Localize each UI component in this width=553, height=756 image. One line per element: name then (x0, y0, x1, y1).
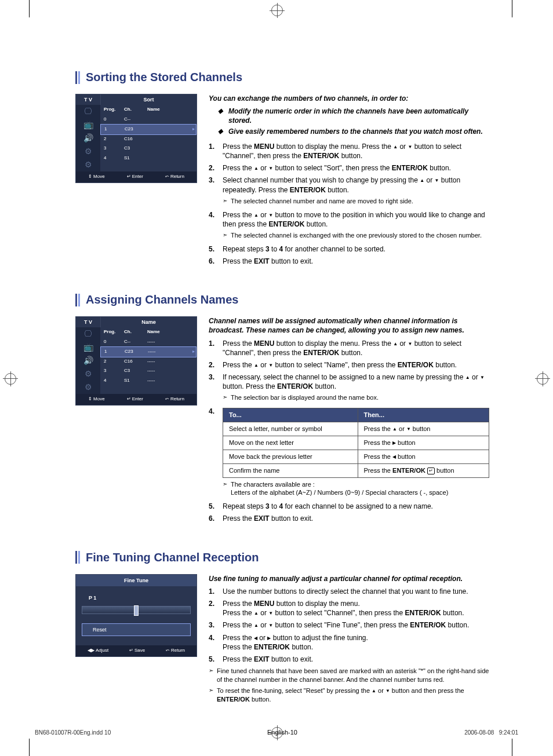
section-accent-bar (75, 71, 80, 84)
table-header: Then... (358, 408, 489, 422)
step-number: 4. (209, 407, 223, 499)
step-number: 1. (209, 339, 223, 357)
osd-sidebar: 🖵📺🔊⚙⚙ (76, 105, 100, 171)
table-row: Move back the previous letterPress the ◀… (223, 450, 489, 463)
section-intro: You can exchange the numbers of two chan… (209, 94, 489, 103)
print-footer: BN68-01007R-00Eng.indd 10 2006-08-08 9:2… (0, 729, 553, 737)
table-cell: Press the ENTER/OK ↵ button (358, 463, 489, 477)
osd-menu-icon: ⚙ (76, 381, 100, 394)
table-cell: Select a letter, number or symbol (223, 422, 358, 436)
step-number: 5. (209, 502, 223, 511)
table-row: Move on the next letterPress the ▶ butto… (223, 436, 489, 450)
step-text: Press the MENU button to display the men… (223, 142, 489, 160)
osd-row: 2C16----- (100, 357, 197, 367)
step-text: Press the ▲ or ▼ button to select "Name"… (223, 360, 489, 370)
step-number: 6. (209, 514, 223, 523)
step-number: 4. (209, 633, 223, 652)
table-row: Confirm the namePress the ENTER/OK ↵ but… (223, 463, 489, 477)
step-item: 2.Press the MENU button to display the m… (209, 599, 489, 618)
step-text: Press the MENU button to display the men… (223, 599, 489, 618)
step-number: 3. (209, 620, 223, 630)
table-cell: Press the ▲ or ▼ button (358, 422, 489, 436)
step-item: 3.If necessary, select the channel to be… (209, 372, 489, 404)
table-cell: Move back the previous letter (223, 450, 358, 463)
section-accent-bar (75, 294, 80, 306)
osd-row: 0C-- (100, 115, 197, 125)
table-cell: Confirm the name (223, 463, 358, 477)
to-then-table: To...Then...Select a letter, number or s… (223, 408, 489, 477)
osd-menu-icon: ⚙ (76, 367, 100, 381)
osd-menu-icon: 📺 (76, 341, 100, 354)
osd-table-header: Prog.Ch.Name (100, 105, 197, 115)
registration-mark-icon (271, 5, 283, 16)
step-number: 2. (209, 599, 223, 618)
osd-menu-icon: ⚙ (76, 158, 100, 171)
osd-menu-icon: 🖵 (76, 105, 100, 118)
step-text: Press the MENU button to display the men… (223, 339, 489, 357)
step-text: If necessary, select the channel to be a… (223, 372, 489, 391)
crop-mark (29, 0, 30, 17)
step-item: 4.To...Then...Select a letter, number or… (209, 407, 489, 499)
step-item: 5.Press the EXIT button to exit. (209, 655, 489, 664)
step-text: Press the ▲ or ▼ button to select "Fine … (223, 620, 489, 630)
osd-title: Fine Tune (76, 575, 197, 586)
step-text: Press the EXIT button to exit. (223, 514, 489, 523)
footer-file: BN68-01007R-00Eng.indd 10 (35, 729, 111, 737)
crop-mark (512, 739, 512, 756)
osd-corner-label: T V (76, 317, 101, 327)
osd-corner-label: T V (76, 94, 101, 105)
step-item: 6.Press the EXIT button to exit. (209, 514, 489, 523)
step-item: 1.Press the MENU button to display the m… (209, 142, 489, 160)
registration-mark-icon (537, 373, 548, 385)
step-text: Press the ◀ or ▶ button to adjust the fi… (223, 633, 489, 652)
step-text: Press the ▲ or ▼ button to move to the p… (223, 210, 489, 229)
crop-mark (512, 0, 512, 17)
step-text: Press the EXIT button to exit. (223, 655, 489, 664)
step-text: Use the number buttons to directly selec… (223, 587, 489, 596)
fine-tune-slider (82, 606, 191, 614)
section-title: Assigning Channels Names (86, 292, 238, 308)
step-item: 4.Press the ◀ or ▶ button to adjust the … (209, 633, 489, 652)
step-text: Press the EXIT button to exit. (223, 257, 489, 266)
step-item: 3.Press the ▲ or ▼ button to select "Fin… (209, 620, 489, 630)
step-text: Repeat steps 3 to 4 for another channel … (223, 244, 489, 254)
table-header: To... (223, 408, 358, 422)
osd-footer: ⇕ Move↵ Enter⤺ Return (76, 394, 197, 405)
step-number: 5. (209, 244, 223, 254)
osd-row: 1C23 (100, 124, 197, 135)
intro-bullets: Modify the numeric order in which the ch… (218, 107, 489, 136)
osd-row: 2C16 (100, 134, 197, 144)
steps-list: 1.Press the MENU button to display the m… (209, 339, 489, 524)
step-item: 2.Press the ▲ or ▼ button to select "Sor… (209, 163, 489, 173)
section-intro: Channel names will be assigned automatic… (209, 316, 489, 335)
osd-menu-icon: ⚙ (76, 145, 100, 158)
osd-row: 0C------- (100, 337, 197, 347)
step-number: 1. (209, 587, 223, 596)
step-number: 4. (209, 210, 223, 242)
step-note: The selected channel number and name are… (231, 197, 489, 206)
section-intro: Use fine tuning to manually adjust a par… (209, 574, 489, 583)
section-title: Fine Tuning Channel Reception (86, 550, 259, 565)
osd-row: 3C3 (100, 144, 197, 154)
steps-list: 1.Use the number buttons to directly sel… (209, 587, 489, 664)
step-item: 6.Press the EXIT button to exit. (209, 257, 489, 266)
step-item: 1.Use the number buttons to directly sel… (209, 587, 489, 596)
section-accent-bar (75, 551, 80, 564)
table-cell: Press the ▶ button (358, 436, 489, 450)
osd-row: 4S1----- (100, 376, 197, 386)
registration-mark-icon (5, 373, 16, 385)
osd-footer: ◀▶ Adjust↵ Save⤺ Return (76, 645, 197, 656)
step-number: 1. (209, 142, 223, 160)
doc-section: Assigning Channels NamesT VName🖵📺🔊⚙⚙Prog… (75, 292, 489, 526)
step-text: Select channel number that you wish to c… (223, 176, 489, 194)
bullet-item: Modify the numeric order in which the ch… (218, 107, 489, 125)
steps-list: 1.Press the MENU button to display the m… (209, 142, 489, 266)
section-note: To reset the fine-tuning, select "Reset"… (217, 686, 489, 704)
step-item: 4.Press the ▲ or ▼ button to move to the… (209, 210, 489, 242)
footer-date: 2006-08-08 9:24:01 (464, 729, 518, 737)
osd-row: 1C23----- (100, 346, 197, 357)
osd-row: 4S1 (100, 154, 197, 163)
crop-mark (29, 739, 30, 756)
step-number: 3. (209, 372, 223, 404)
step-item: 5.Repeat steps 3 to 4 for each channel t… (209, 502, 489, 511)
